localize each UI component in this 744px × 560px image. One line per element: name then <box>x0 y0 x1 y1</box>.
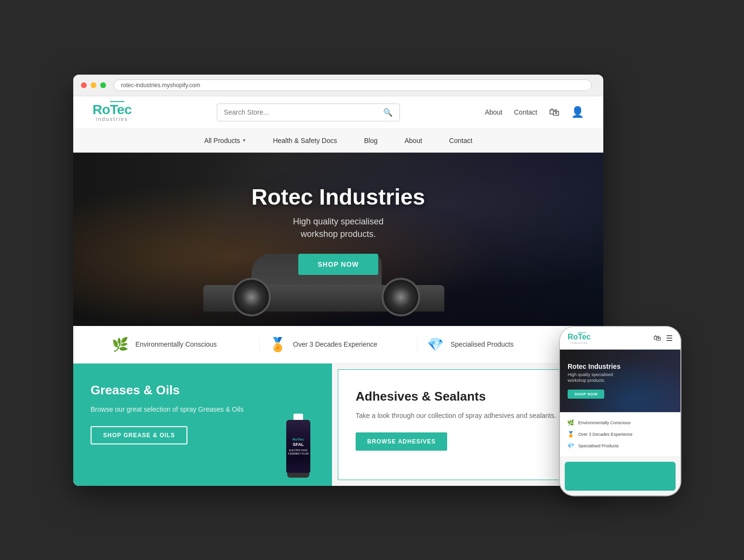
mobile-features: 🌿 Environmentally Conscious 🏅 Over 3 Dec… <box>560 412 680 457</box>
hero-subtitle: High quality specialised workshop produc… <box>252 216 425 240</box>
feature-item-specialised: 💎 Specialised Products <box>417 337 574 352</box>
mobile-specialised-label: Specialised Products <box>578 443 619 448</box>
search-bar[interactable]: 🔍 <box>217 104 400 121</box>
car-wheel-left <box>232 278 271 316</box>
product-card-greases: Greases & Oils Browse our great selectio… <box>73 364 332 486</box>
mobile-cart-icon[interactable]: 🛍 <box>653 334 661 343</box>
chevron-down-icon: ▾ <box>243 137 246 143</box>
adhesives-description: Take a look through our collection of sp… <box>356 411 580 421</box>
mobile-hero-subtitle: High quality specialised workshop produc… <box>568 372 621 383</box>
mobile-product-card <box>565 462 676 491</box>
products-section: Greases & Oils Browse our great selectio… <box>73 364 603 486</box>
header-about-link[interactable]: About <box>485 108 503 116</box>
mobile-hero: Rotec Industries High quality specialise… <box>560 350 680 412</box>
car-wheel-right <box>382 278 420 316</box>
browser-dot-close[interactable] <box>81 82 87 88</box>
nav-all-products-label: All Products <box>204 137 240 144</box>
hero-title: Rotec Industries <box>252 184 425 210</box>
mobile-eco-icon: 🌿 <box>567 419 574 426</box>
nav-item-all-products[interactable]: All Products ▾ <box>191 129 260 152</box>
spray-can: RoTec SFAL ELECTRO SAFE ASSEMBLY FLUID <box>284 414 313 481</box>
mobile-hero-title: Rotec Industries <box>568 363 621 370</box>
hero-section: Rotec Industries High quality specialise… <box>73 153 603 326</box>
features-bar: 🌿 Environmentally Conscious 🏅 Over 3 Dec… <box>73 326 603 364</box>
shop-grease-button[interactable]: SHOP GREASE & OILS <box>91 426 187 444</box>
mobile-experience-icon: 🏅 <box>567 431 574 438</box>
mobile-experience-label: Over 3 Decades Experience <box>578 432 633 437</box>
feature-item-eco: 🌿 Environmentally Conscious <box>102 337 260 352</box>
nav-about-label: About <box>404 137 422 144</box>
feature-eco-label: Environmentally Conscious <box>135 340 217 348</box>
feature-experience-label: Over 3 Decades Experience <box>293 340 377 348</box>
nav-health-safety-label: Health & Safety Docs <box>273 137 337 144</box>
mobile-hero-content: Rotec Industries High quality specialise… <box>568 363 621 398</box>
mobile-menu-icon[interactable]: ☰ <box>666 334 673 343</box>
experience-icon: 🏅 <box>269 337 286 352</box>
mobile-logo-container: RoTec industries <box>568 333 591 344</box>
mobile-icons: 🛍 ☰ <box>653 334 673 343</box>
desktop-browser: rotec-industries.myshopify.com RoTec ind… <box>73 75 603 486</box>
logo-sub-text: industries <box>93 117 132 122</box>
nav-item-about[interactable]: About <box>391 129 436 152</box>
feature-specialised-label: Specialised Products <box>451 340 514 348</box>
can-cap <box>293 414 303 420</box>
browser-chrome: rotec-industries.myshopify.com <box>73 75 603 96</box>
eco-icon: 🌿 <box>112 337 129 352</box>
mobile-header: RoTec industries 🛍 ☰ <box>560 327 680 350</box>
adhesives-title: Adhesives & Sealants <box>356 389 580 404</box>
feature-item-experience: 🏅 Over 3 Decades Experience <box>260 337 417 352</box>
can-bottom <box>287 473 309 478</box>
mobile-mockup: RoTec industries 🛍 ☰ Rotec Industries Hi… <box>560 327 680 495</box>
browser-dot-minimize[interactable] <box>91 82 96 88</box>
mobile-feature-specialised: 💎 Specialised Products <box>567 440 674 452</box>
specialised-icon: 💎 <box>427 337 444 352</box>
can-body: RoTec SFAL ELECTRO SAFE ASSEMBLY FLUID <box>286 420 310 473</box>
greases-title: Greases & Oils <box>91 383 315 398</box>
nav-item-blog[interactable]: Blog <box>350 129 391 152</box>
mobile-logo-sub: industries <box>568 341 591 344</box>
can-label: RoTec SFAL ELECTRO SAFE ASSEMBLY FLUID <box>286 436 310 456</box>
logo[interactable]: RoTec industries <box>93 103 132 122</box>
mobile-product-section <box>560 457 680 495</box>
mobile-feature-experience: 🏅 Over 3 Decades Experience <box>567 429 674 440</box>
browser-url-bar[interactable]: rotec-industries.myshopify.com <box>114 79 592 91</box>
nav-contact-label: Contact <box>449 137 472 144</box>
user-icon[interactable]: 👤 <box>571 106 584 118</box>
header-contact-link[interactable]: Contact <box>514 108 537 116</box>
nav-item-contact[interactable]: Contact <box>436 129 486 152</box>
scene: rotec-industries.myshopify.com RoTec ind… <box>73 75 671 486</box>
header-right: About Contact 🛍 👤 <box>485 106 584 118</box>
mobile-logo: RoTec <box>568 333 591 341</box>
browse-adhesives-button[interactable]: BROWSE ADHESIVES <box>356 432 447 451</box>
browser-dot-fullscreen[interactable] <box>100 82 106 88</box>
site-nav: All Products ▾ Health & Safety Docs Blog… <box>73 129 603 153</box>
search-input[interactable] <box>224 108 379 116</box>
cart-icon[interactable]: 🛍 <box>549 106 559 118</box>
logo-text: RoTec <box>93 103 132 117</box>
hero-content: Rotec Industries High quality specialise… <box>252 184 425 274</box>
search-icon: 🔍 <box>383 108 393 117</box>
mobile-feature-eco: 🌿 Environmentally Conscious <box>567 417 674 429</box>
site-header: RoTec industries 🔍 About Contact 🛍 👤 <box>73 96 603 129</box>
greases-description: Browse our great selection of spray Grea… <box>91 404 315 415</box>
nav-item-health-safety[interactable]: Health & Safety Docs <box>259 129 350 152</box>
mobile-specialised-icon: 💎 <box>567 443 574 449</box>
hero-shop-now-button[interactable]: SHOP NOW <box>298 254 378 275</box>
mobile-eco-label: Environmentally Conscious <box>578 420 631 425</box>
product-card-adhesives: Adhesives & Sealants Take a look through… <box>338 369 598 480</box>
nav-blog-label: Blog <box>364 137 377 144</box>
mobile-shop-now-button[interactable]: SHOP NOW <box>568 390 604 399</box>
